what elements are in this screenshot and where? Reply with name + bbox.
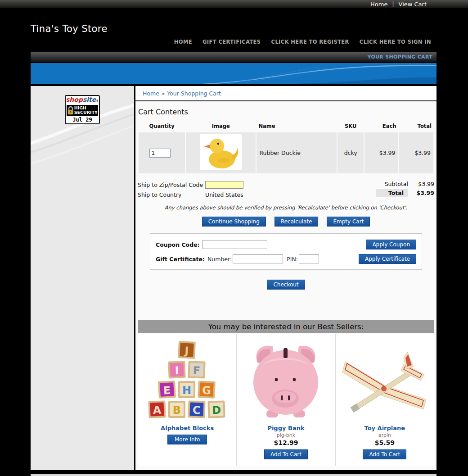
empty-cart-button[interactable]: Empty Cart [327,217,370,227]
subtotal-row: Subtotal $3.99 [376,181,434,187]
alphabet-blocks-graphic: J I F [148,338,227,422]
coupon-box: Coupon Code: Apply Coupon Gift Certifica… [150,233,422,270]
gift-certificate-label: Gift Certificate: [156,256,205,263]
svg-text:H: H [182,384,191,397]
item-total-price: $3.99 [399,132,433,173]
ship-country-label: Ship to Country [138,191,205,198]
add-to-cart-button[interactable]: Add To Cart [264,449,308,459]
column-header-total: Total [399,122,433,131]
topbar-divider: | [392,1,394,7]
svg-text:D: D [212,404,221,417]
gift-certificate-row: Gift Certificate: Number: PIN: Apply Cer… [156,254,416,264]
breadcrumb-current-link[interactable]: Your Shopping Cart [167,90,221,97]
nav-sign-in[interactable]: CLICK HERE TO SIGN IN [360,39,431,45]
product-card-toy-airplane: Toy Airplane arpln $5.59 Add To Cart [335,334,434,466]
product-sku: arpln [338,432,432,438]
store-title: Tina's Toy Store [31,23,108,34]
column-header-name: Name [256,122,337,131]
product-card-alphabet-blocks: J I F [138,334,236,466]
add-to-cart-button[interactable]: Add To Cart [363,449,406,459]
subtotal-label: Subtotal [385,181,408,187]
breadcrumb-separator: > [161,91,165,97]
main-nav: HOME GIFT CERTIFICATES CLICK HERE TO REG… [174,39,431,45]
coupon-row: Coupon Code: Apply Coupon [156,240,416,249]
cart-actions: Continue Shopping Recalculate Empty Cart [135,217,436,227]
best-sellers-bar: You may be interested in our Best Seller… [138,320,434,333]
ship-country-value: United States [205,191,243,198]
product-price: $12.99 [238,439,333,446]
recalculate-note: Any changes above should be verified by … [135,204,436,211]
item-each-price: $3.99 [364,132,398,173]
continue-shopping-button[interactable]: Continue Shopping [202,217,266,227]
breadcrumb-home-link[interactable]: Home [143,90,159,97]
product-card-piggy-bank: Piggy Bank pig-bnk $12.99 Add To Cart [236,334,335,466]
footer-nav: Home | Your Shopping Cart [31,474,436,476]
decorative-banner [31,63,436,84]
rubber-duck-graphic [200,134,242,170]
svg-text:I: I [175,364,179,377]
svg-text:B: B [173,404,181,417]
badge-security-label: SECURITY [74,110,98,115]
total-row: Total $3.99 [376,189,434,197]
column-header-sku: SKU [338,122,364,131]
more-info-button[interactable]: More Info [167,435,207,444]
main-content: Home>Your Shopping Cart Cart Contents Qu… [135,86,436,470]
product-name: Piggy Bank [238,425,333,431]
best-sellers-title: You may be interested in our Best Seller… [208,322,364,331]
svg-text:A: A [153,404,162,417]
product-price: $5.59 [338,439,432,446]
total-label: Total [376,189,408,197]
shopsite-logo: shopsite® [66,96,99,105]
recalculate-button[interactable]: Recalculate [274,217,318,227]
svg-text:G: G [202,384,211,397]
nav-gift-certificates[interactable]: GIFT CERTIFICATES [202,39,261,45]
apply-certificate-button[interactable]: Apply Certificate [359,254,416,264]
content-row: shopsite® HIGH SECURITY Jul 29 [31,86,436,470]
checkout-button[interactable]: Checkout [267,280,305,290]
cart-table-header-row: Quantity Image Name SKU Each Total [139,122,433,131]
page: Home | View Cart Tina's Toy Store HOME G… [0,0,468,476]
piggy-bank-image [238,336,333,423]
zip-postal-input[interactable] [205,181,243,189]
ship-and-totals: Ship to Zip/Postal Code Ship to Country … [138,181,434,199]
topbar-view-cart-link[interactable]: View Cart [399,1,427,8]
piggy-bank-graphic [245,338,327,421]
nav-register[interactable]: CLICK HERE TO REGISTER [271,39,349,45]
cart-item-row: Rubber Duckie dcky $3.99 $3.99 [139,132,433,173]
coupon-code-label: Coupon Code: [156,241,200,248]
padlock-icon [67,106,73,115]
item-sku: dcky [338,132,364,173]
svg-text:C: C [193,404,201,417]
toy-airplane-graphic [341,345,429,415]
gc-pin-label: PIN: [287,256,298,263]
rubber-duckie-image [200,134,242,170]
subtotal-value: $3.99 [408,181,434,187]
svg-text:E: E [163,384,171,397]
svg-text:F: F [193,364,200,377]
best-sellers-products: J I F [138,334,434,466]
ship-zip-label: Ship to Zip/Postal Code [138,181,205,188]
coupon-code-input[interactable] [202,240,267,249]
page-title: Cart Contents [135,101,436,121]
item-name: Rubber Duckie [256,132,337,173]
gc-pin-input[interactable] [299,254,319,263]
total-value: $3.99 [408,190,434,196]
badge-date: Jul 29 [66,116,99,123]
gc-number-label: Number: [207,256,232,263]
cart-table: Quantity Image Name SKU Each Total [138,121,434,174]
product-name: Toy Airplane [338,425,432,431]
topbar-home-link[interactable]: Home [370,1,387,8]
toy-airplane-image [338,336,432,423]
masthead: Tina's Toy Store HOME GIFT CERTIFICATES … [0,8,468,50]
product-name: Alphabet Blocks [140,425,234,431]
shopsite-security-badge[interactable]: shopsite® HIGH SECURITY Jul 29 [65,95,100,124]
banner-swoosh-graphic [31,63,436,84]
gc-number-input[interactable] [233,254,283,263]
your-shopping-cart-label: YOUR SHOPPING CART [368,54,432,60]
nav-home[interactable]: HOME [174,39,192,45]
alphabet-blocks-image: J I F [140,336,234,423]
quantity-input[interactable] [149,149,171,158]
topbar: Home | View Cart [0,0,468,8]
apply-coupon-button[interactable]: Apply Coupon [366,240,416,249]
your-shopping-cart-bar: YOUR SHOPPING CART [31,52,436,62]
